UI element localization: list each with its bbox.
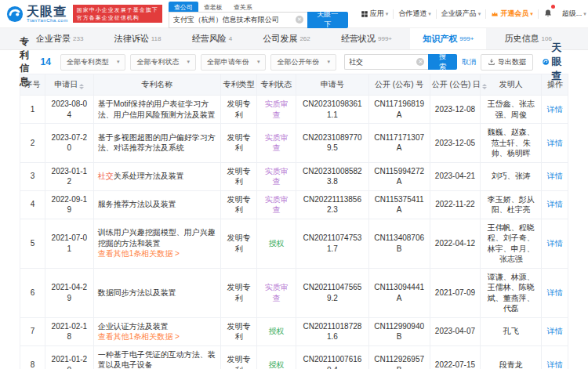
patent-status: 授权: [256, 345, 296, 369]
clear-keyword-icon[interactable]: ✕: [416, 58, 424, 66]
related-data-link[interactable]: 查看其他1条相关数据 >: [98, 331, 180, 342]
patent-status: 实质审查: [256, 124, 296, 163]
sort-icon[interactable]: [482, 84, 487, 89]
row-index: 1: [20, 96, 45, 124]
patent-name-cell: 基于多视图超图的用户偏好学习方法、对话推荐方法及系统: [93, 124, 220, 163]
watermark-logo: 天眼查: [543, 41, 568, 83]
inventors: 魏巍、赵森、范士轩、朱帅、杨明晖: [481, 124, 542, 163]
application-number: CN202310897709.5: [296, 124, 368, 163]
patent-name-cell: 社交关系处理方法及装置: [93, 162, 220, 190]
publication-date: 2022-04-12: [430, 219, 480, 268]
tianyancha-logo-icon: [6, 5, 24, 23]
header-search-button[interactable]: 天眼一下: [307, 12, 348, 28]
detail-link[interactable]: 详情: [547, 327, 563, 335]
publication-date: 2023-04-07: [430, 317, 480, 345]
top-menu: 应用▾ 合作通道▾ 企业级产品▾ 开通会员▾ 超级...▾: [356, 7, 588, 21]
application-number: CN202310983611.1: [296, 96, 368, 124]
menu-super-vip[interactable]: 超级...▾: [557, 9, 588, 19]
dropdown-publish-year[interactable]: 全部公开年份▾: [270, 54, 336, 71]
menu-coop[interactable]: 合作通道▾: [394, 9, 436, 19]
company-search-input[interactable]: 支付宝（杭州）信息技术有限公司 ✕: [169, 12, 307, 28]
export-data-button[interactable]: 导出数据: [481, 54, 533, 71]
patent-type: 发明专利: [220, 124, 256, 163]
dropdown-apply-year[interactable]: 全部申请年份▾: [201, 54, 267, 71]
top-header: 天眼查 TianYanCha.com 国家中小企业发展子基金旗下 官方备案企业征…: [0, 0, 588, 28]
tab-intellectual-property[interactable]: 知识产权999+: [410, 28, 486, 49]
header-search-area: 查公司 查老板 查关系 支付宝（杭州）信息技术有限公司 ✕ 天眼一下: [169, 0, 348, 28]
menu-enterprise[interactable]: 企业级产品▾: [437, 9, 486, 19]
table-row: 4 2022-09-19 服务推荐方法以及装置 发明专利 实质审查 CN2022…: [20, 190, 568, 219]
detail-link[interactable]: 详情: [547, 172, 563, 180]
patent-status: 授权: [256, 317, 296, 345]
table-row: 1 2023-08-04 基于Motif保持的用户表征学习方法、用户信用风险预测…: [20, 96, 568, 124]
publication-number: CN115375411A: [368, 190, 430, 219]
patent-name-cell: 数据同步方法以及装置: [93, 268, 220, 317]
section-nav: 企业背景233 法律诉讼118 经营风险4 公司发展262 经营状况999+ 知…: [0, 28, 588, 50]
tianyancha-logo[interactable]: 天眼查 TianYanCha.com: [6, 5, 68, 23]
patent-name: 企业认证方法及装置: [98, 322, 169, 331]
patent-type: 发明专利: [220, 219, 256, 268]
table-header-row: 序号 申请日 专利名称 专利类型 专利状态 申请号 公开 (公布) 号 公开 (…: [20, 74, 568, 96]
notifications-bell[interactable]: [539, 7, 557, 21]
patent-name-cell: 服务推荐方法以及装置: [93, 190, 220, 219]
dropdown-patent-status[interactable]: 全部专利状态▾: [130, 54, 196, 71]
patent-type: 发明专利: [220, 96, 256, 124]
publication-number: CN113094441A: [368, 268, 430, 317]
col-header-patent-name: 专利名称: [93, 74, 220, 96]
table-row: 3 2023-01-12 社交关系处理方法及装置 发明专利 实质审查 CN202…: [20, 162, 568, 190]
col-header-patent-status: 专利状态: [256, 74, 296, 96]
publication-date: 2021-07-09: [430, 268, 480, 317]
patent-name-cell: 基于Motif保持的用户表征学习方法、用户信用风险预测方法及装置: [93, 96, 220, 124]
inventors: 谭谦、林源、王儒林、陈晓斌、董燕萍、代磊: [481, 268, 542, 317]
menu-member[interactable]: 开通会员▾: [486, 9, 538, 19]
detail-link[interactable]: 详情: [547, 105, 563, 114]
tab-legal-proceedings[interactable]: 法律诉讼118: [102, 28, 174, 49]
brand-domain: TianYanCha.com: [27, 18, 68, 23]
detail-link[interactable]: 详情: [547, 288, 563, 297]
apply-date: 2021-04-29: [45, 268, 94, 317]
col-header-apply-date[interactable]: 申请日: [45, 74, 94, 96]
apply-date: 2023-08-04: [45, 96, 94, 124]
publication-number: CN113408706B: [368, 219, 430, 268]
detail-link[interactable]: 详情: [547, 139, 563, 147]
related-data-link[interactable]: 查看其他1条相关数据 >: [98, 248, 180, 259]
clear-search-icon[interactable]: ✕: [296, 16, 303, 24]
apply-date: 2023-01-12: [45, 162, 94, 190]
patent-type: 发明专利: [220, 190, 256, 219]
dropdown-patent-type[interactable]: 全部专利类型▾: [60, 54, 126, 71]
row-index: 6: [20, 268, 45, 317]
detail-link[interactable]: 详情: [547, 360, 563, 369]
col-header-patent-type: 专利类型: [220, 74, 256, 96]
tab-company-development[interactable]: 公司发展262: [250, 28, 322, 49]
apply-date: 2022-09-19: [45, 190, 94, 219]
application-number: CN202310085823.8: [296, 162, 368, 190]
col-header-publication-date[interactable]: 公开 (公告) 日: [430, 74, 480, 96]
tab-company-background[interactable]: 企业背景233: [24, 28, 96, 49]
notification-dot: [551, 5, 555, 9]
tab-operating-risk[interactable]: 经营风险4: [180, 28, 245, 49]
publication-number: CN117171307A: [368, 124, 430, 163]
search-tab-relation[interactable]: 查关系: [228, 2, 258, 12]
patent-type: 发明专利: [220, 317, 256, 345]
detail-link[interactable]: 详情: [547, 239, 563, 248]
cancel-search-link[interactable]: 取消: [462, 57, 476, 67]
inventors: 刘巧、张涛: [481, 162, 542, 190]
patent-type: 发明专利: [220, 345, 256, 369]
row-index: 8: [20, 345, 45, 369]
apply-date: 2021-07-01: [45, 219, 94, 268]
patent-name-cell: 企业认证方法及装置 查看其他1条相关数据 >: [93, 317, 220, 345]
tab-operating-status[interactable]: 经营状况999+: [328, 28, 405, 49]
patent-keyword-input[interactable]: 社交 ✕: [344, 54, 428, 70]
detail-link[interactable]: 详情: [547, 200, 563, 208]
apply-date: 2021-02-18: [45, 317, 94, 345]
patent-status: 授权: [256, 219, 296, 268]
search-tab-company[interactable]: 查公司: [169, 2, 198, 12]
patent-name: 基于Motif保持的用户表征学习方法、用户信用风险预测方法及装置: [98, 99, 216, 119]
patent-name-highlight: 社交: [98, 172, 114, 180]
patent-search-button[interactable]: 搜索: [428, 54, 457, 70]
col-header-application-no: 申请号: [296, 74, 368, 96]
sort-icon[interactable]: [79, 84, 84, 89]
patent-name: 关系处理方法及装置: [114, 172, 184, 180]
menu-apps[interactable]: 应用▾: [356, 9, 394, 19]
search-tab-boss[interactable]: 查老板: [198, 2, 228, 12]
